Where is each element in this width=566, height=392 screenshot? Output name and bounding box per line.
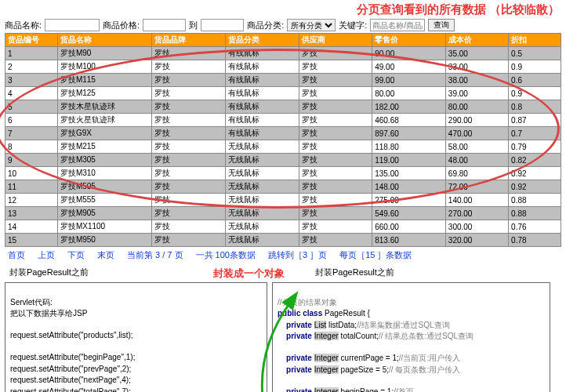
cell: 13	[5, 207, 58, 220]
cell: 275.00	[372, 194, 446, 207]
cell: 罗技	[152, 167, 226, 180]
col-header: 货品品牌	[152, 34, 226, 47]
pager-first[interactable]: 首页	[8, 249, 25, 261]
cell: 罗技	[152, 114, 226, 127]
cell: 有线鼠标	[225, 100, 299, 114]
cell: 罗技	[299, 180, 372, 194]
cell: 罗技	[152, 127, 226, 140]
cell: 0.9	[509, 87, 561, 100]
cell: 1	[5, 47, 58, 60]
table-row[interactable]: 5罗技木星轨迹球罗技有线鼠标罗技182.0080.000.8	[5, 100, 561, 114]
cell: 80.00	[372, 87, 446, 100]
cell: 140.00	[445, 194, 508, 207]
cell: 148.00	[372, 180, 446, 194]
table-row[interactable]: 13罗技M905罗技无线鼠标罗技549.60270.000.88	[5, 207, 561, 220]
price-from-input[interactable]	[143, 19, 186, 31]
cell: 罗技	[152, 47, 226, 60]
cell: 罗技	[152, 87, 226, 100]
cell: 6	[5, 114, 58, 127]
cell: 33.00	[445, 60, 508, 74]
cell: 58.00	[445, 140, 508, 154]
cell: 300.00	[445, 220, 508, 234]
cell: 7	[5, 127, 58, 140]
search-toolbar: 商品名称: 商品价格: 到 商品分类: 所有分类 关键字: 查询	[0, 17, 566, 33]
table-row[interactable]: 7罗技G9X罗技有线鼠标罗技897.60470.000.7	[5, 127, 561, 140]
cell: 罗技M100	[57, 60, 151, 74]
cell: 罗技M90	[57, 47, 151, 60]
table-row[interactable]: 3罗技M115罗技有线鼠标罗技99.0038.000.6	[5, 74, 561, 87]
name-input[interactable]	[45, 19, 100, 31]
label-mid: 封装成一个对象	[182, 267, 315, 281]
cell: 罗技M505	[57, 180, 151, 194]
cell: 0.5	[509, 47, 561, 60]
cell: 69.80	[445, 167, 508, 180]
cell: 290.00	[445, 114, 508, 127]
cell: 135.00	[372, 167, 446, 180]
cell: 罗技	[152, 220, 226, 234]
cell: 80.00	[445, 100, 508, 114]
cell: 49.00	[372, 60, 446, 74]
cell: 罗技	[152, 234, 226, 247]
cell: 罗技	[299, 60, 372, 74]
cell: 0.82	[509, 154, 561, 167]
cell: 0.92	[509, 167, 561, 180]
cell: 罗技M905	[57, 207, 151, 220]
price-to-input[interactable]	[201, 19, 244, 31]
cell: 38.00	[445, 74, 508, 87]
search-button[interactable]: 查询	[428, 19, 455, 31]
col-header: 货品编号	[5, 34, 58, 47]
pager-prev[interactable]: 上页	[38, 249, 55, 261]
cell: 罗技	[299, 167, 372, 180]
cell: 660.00	[372, 220, 446, 234]
col-header: 货品名称	[57, 34, 151, 47]
pager-pagesize[interactable]: 每页［15 ］条数据	[339, 249, 412, 261]
cell: 罗技	[152, 207, 226, 220]
cell: 119.00	[372, 154, 446, 167]
pager-last[interactable]: 末页	[97, 249, 114, 261]
cell: 0.87	[509, 114, 561, 127]
col-header: 折扣	[509, 34, 561, 47]
table-row[interactable]: 1罗技M90罗技有线鼠标罗技90.0035.000.5	[5, 47, 561, 60]
keyword-input[interactable]	[370, 19, 425, 31]
cell: 有线鼠标	[225, 127, 299, 140]
pager-jump[interactable]: 跳转到［3 ］页	[268, 249, 327, 261]
key-label: 关键字:	[339, 20, 367, 31]
cell: 0.7	[509, 127, 561, 140]
table-row[interactable]: 6罗技火星轨迹球罗技有线鼠标罗技460.68290.000.87	[5, 114, 561, 127]
table-row[interactable]: 10罗技M310罗技无线鼠标罗技135.0069.800.92	[5, 167, 561, 180]
cell: 0.88	[509, 194, 561, 207]
cell: 罗技火星轨迹球	[57, 114, 151, 127]
table-row[interactable]: 11罗技M505罗技无线鼠标罗技148.0072.000.92	[5, 180, 561, 194]
col-header: 供应商	[299, 34, 372, 47]
table-row[interactable]: 8罗技M215罗技无线鼠标罗技118.8058.000.79	[5, 140, 561, 154]
cell: 罗技	[152, 100, 226, 114]
category-select[interactable]: 所有分类	[287, 19, 336, 31]
table-row[interactable]: 4罗技M125罗技有线鼠标罗技80.0039.000.9	[5, 87, 561, 100]
table-row[interactable]: 12罗技M555罗技无线鼠标罗技275.00140.000.88	[5, 194, 561, 207]
cell: 5	[5, 100, 58, 114]
table-row[interactable]: 15罗技M950罗技无线鼠标罗技813.60320.000.78	[5, 234, 561, 247]
cell: 罗技	[299, 87, 372, 100]
table-row[interactable]: 9罗技M305罗技无线鼠标罗技119.0048.000.82	[5, 154, 561, 167]
cell: 48.00	[445, 154, 508, 167]
cell: 罗技	[299, 47, 372, 60]
cell: 470.00	[445, 127, 508, 140]
cell: 罗技M125	[57, 87, 151, 100]
pager-next[interactable]: 下页	[67, 249, 85, 261]
cell: 罗技	[152, 180, 226, 194]
cell: 罗技M305	[57, 154, 151, 167]
cell: 460.68	[372, 114, 446, 127]
cell: 897.60	[372, 127, 446, 140]
cell: 0.8	[509, 100, 561, 114]
cell: 0.6	[509, 74, 561, 87]
table-row[interactable]: 2罗技M100罗技有线鼠标罗技49.0033.000.9	[5, 60, 561, 74]
cell: 90.00	[372, 47, 446, 60]
cell: 2	[5, 60, 58, 74]
cell: 99.00	[372, 74, 446, 87]
cell: 无线鼠标	[225, 234, 299, 247]
cell: 罗技M950	[57, 234, 151, 247]
pager-total: 一共 100条数据	[196, 249, 256, 261]
cell: 118.80	[372, 140, 446, 154]
table-row[interactable]: 14罗技MX1100罗技无线鼠标罗技660.00300.000.76	[5, 220, 561, 234]
cell: 罗技	[299, 154, 372, 167]
